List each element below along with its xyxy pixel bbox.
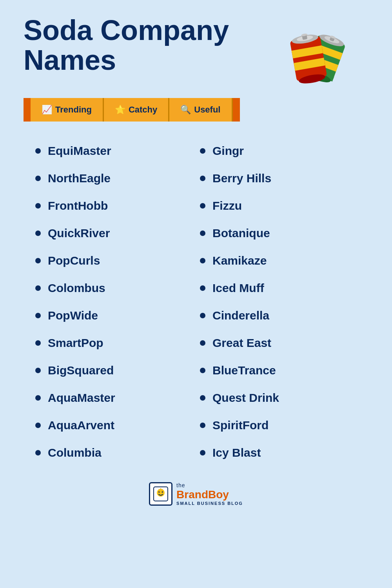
logo-text-block: the BrandBoy SMALL BUSINESS BLOG	[176, 482, 243, 506]
bullet-dot	[200, 313, 205, 318]
right-column: GingrBerry HillsFizzuBotaniqueKamikazeIc…	[196, 137, 361, 466]
name-text: EquiMaster	[48, 144, 111, 158]
bullet-dot	[200, 285, 205, 291]
bullet-dot	[35, 203, 41, 209]
page-wrapper: Soda Company Names	[0, 0, 392, 588]
name-text: FrontHobb	[48, 199, 108, 212]
left-name-item: SmartPop	[31, 329, 196, 357]
right-name-item: Gingr	[196, 137, 361, 165]
left-name-item: AquaArvent	[31, 412, 196, 439]
bullet-dot	[35, 368, 41, 373]
bullet-dot	[200, 423, 205, 428]
tab-catchy[interactable]: ⭐ Catchy	[104, 98, 169, 122]
logo-face-svg	[153, 486, 169, 502]
main-title: Soda Company Names	[24, 16, 282, 75]
name-text: Icy Blast	[212, 446, 261, 459]
cans-illustration	[282, 20, 368, 90]
bullet-dot	[200, 450, 205, 456]
name-text: AquaArvent	[48, 419, 114, 432]
catchy-icon: ⭐	[115, 105, 125, 115]
name-text: AquaMaster	[48, 391, 115, 405]
bullet-dot	[35, 313, 41, 318]
bullet-dot	[35, 230, 41, 236]
bullet-dot	[35, 285, 41, 291]
right-name-item: Quest Drink	[196, 384, 361, 412]
bullet-dot	[35, 450, 41, 456]
trending-icon: 📈	[42, 105, 52, 115]
name-text: SpiritFord	[212, 419, 269, 432]
right-name-item: Great East	[196, 329, 361, 357]
right-name-item: Cinderella	[196, 302, 361, 329]
tab-useful-label: Useful	[194, 105, 220, 115]
bullet-dot	[200, 176, 205, 181]
name-text: Cinderella	[212, 309, 269, 322]
left-name-item: PopCurls	[31, 247, 196, 274]
name-text: BlueTrance	[212, 364, 276, 377]
bullet-dot	[35, 258, 41, 263]
left-name-item: EquiMaster	[31, 137, 196, 165]
left-name-item: AquaMaster	[31, 384, 196, 412]
logo-the-text: the	[176, 482, 243, 488]
left-name-item: FrontHobb	[31, 192, 196, 220]
name-text: Iced Muff	[212, 281, 264, 295]
logo-brandboy-text: BrandBoy	[176, 488, 243, 501]
bullet-dot	[200, 230, 205, 236]
logo-subtitle-text: SMALL BUSINESS BLOG	[176, 501, 243, 506]
right-name-item: SpiritFord	[196, 412, 361, 439]
right-name-item: Fizzu	[196, 192, 361, 220]
name-text: PopCurls	[48, 254, 100, 267]
name-text: Fizzu	[212, 199, 242, 212]
bullet-dot	[200, 395, 205, 401]
tabs-container: 📈 Trending ⭐ Catchy 🔍 Useful	[24, 98, 368, 122]
right-name-item: BlueTrance	[196, 357, 361, 384]
right-name-item: Kamikaze	[196, 247, 361, 274]
left-name-item: PopWide	[31, 302, 196, 329]
bullet-dot	[35, 340, 41, 346]
bullet-dot	[35, 148, 41, 154]
name-text: Colombus	[48, 281, 105, 295]
left-name-item: Columbia	[31, 439, 196, 466]
name-text: Great East	[212, 336, 271, 350]
name-text: Berry Hills	[212, 172, 271, 185]
useful-icon: 🔍	[180, 105, 191, 115]
brandboy-logo-icon	[149, 482, 172, 506]
bullet-dot	[35, 423, 41, 428]
name-text: Gingr	[212, 144, 244, 158]
title-block: Soda Company Names	[24, 16, 282, 75]
name-text: Kamikaze	[212, 254, 267, 267]
bullet-dot	[35, 176, 41, 181]
left-column: EquiMasterNorthEagleFrontHobbQuickRiverP…	[31, 137, 196, 466]
tab-left-accent	[24, 98, 31, 122]
right-name-item: Berry Hills	[196, 165, 361, 192]
name-text: QuickRiver	[48, 227, 110, 240]
left-name-item: QuickRiver	[31, 220, 196, 247]
left-name-item: NorthEagle	[31, 165, 196, 192]
tab-trending-label: Trending	[55, 105, 92, 115]
right-name-item: Iced Muff	[196, 274, 361, 302]
bullet-dot	[200, 203, 205, 209]
name-text: BigSquared	[48, 364, 114, 377]
name-text: Columbia	[48, 446, 102, 459]
bullet-dot	[200, 258, 205, 263]
header-section: Soda Company Names	[24, 16, 368, 90]
bullet-dot	[200, 148, 205, 154]
name-text: PopWide	[48, 309, 98, 322]
tab-trending[interactable]: 📈 Trending	[31, 98, 104, 122]
tab-useful[interactable]: 🔍 Useful	[169, 98, 232, 122]
names-grid: EquiMasterNorthEagleFrontHobbQuickRiverP…	[24, 133, 368, 470]
name-text: Quest Drink	[212, 391, 279, 405]
footer-logo: the BrandBoy SMALL BUSINESS BLOG	[24, 482, 368, 506]
left-name-item: BigSquared	[31, 357, 196, 384]
name-text: Botanique	[212, 227, 270, 240]
name-text: SmartPop	[48, 336, 103, 350]
soda-cans-svg	[286, 22, 365, 88]
bullet-dot	[200, 340, 205, 346]
right-name-item: Botanique	[196, 220, 361, 247]
tab-catchy-label: Catchy	[129, 105, 157, 115]
bullet-dot	[200, 368, 205, 373]
name-text: NorthEagle	[48, 172, 111, 185]
bullet-dot	[35, 395, 41, 401]
tab-right-accent	[233, 98, 240, 122]
right-name-item: Icy Blast	[196, 439, 361, 466]
left-name-item: Colombus	[31, 274, 196, 302]
